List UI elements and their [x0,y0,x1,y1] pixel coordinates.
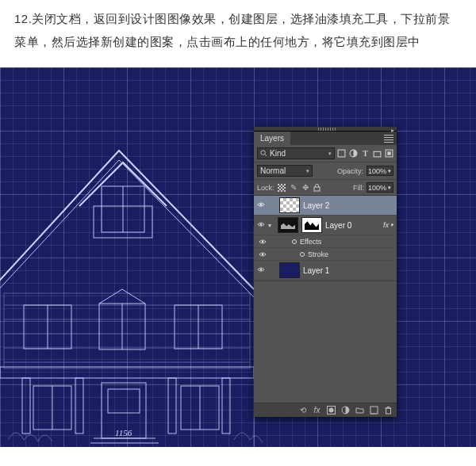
effects-label: Effects [300,238,321,246]
layers-tab[interactable]: Layers [254,132,291,145]
filter-adjust-icon[interactable] [349,149,358,158]
trash-icon[interactable] [384,406,393,414]
svg-rect-18 [75,378,83,434]
visibility-icon[interactable] [257,221,265,229]
filter-kind-select[interactable]: Kind ▾ [257,147,335,159]
svg-rect-31 [338,150,345,157]
layer-thumbnail [279,197,300,213]
search-icon [260,150,267,157]
layer-row[interactable]: Layer 2 [254,196,397,216]
svg-rect-20 [222,378,230,434]
lock-all-icon[interactable] [313,183,322,193]
filter-smart-icon[interactable] [385,149,393,158]
effects-row[interactable]: Effects [254,235,397,248]
panel-empty-area [254,281,397,403]
svg-rect-19 [168,378,176,434]
filter-type-icon[interactable]: T [361,149,370,158]
house-drawing [0,67,476,447]
fx-indicator[interactable]: fx▾ [383,221,393,229]
opacity-label: Opacity: [337,167,363,175]
link-layers-icon[interactable]: ⟲ [298,406,307,414]
svg-rect-48 [370,407,378,414]
house-number: 1156 [115,428,132,437]
lock-brush-icon[interactable]: ✎ [289,183,298,193]
mask-thumbnail [301,217,322,233]
visibility-icon[interactable] [259,250,267,258]
svg-point-29 [261,151,265,155]
lock-transparency-icon[interactable] [277,183,286,193]
svg-line-30 [265,155,267,156]
svg-rect-49 [386,408,391,414]
disclosure-icon[interactable]: ▾ [268,222,274,229]
svg-rect-33 [374,151,381,157]
svg-rect-17 [22,378,30,434]
fill-label: Fill: [353,184,364,192]
canvas[interactable]: 1156 ▸ Layers Kind ▾ T No [0,67,476,447]
panel-grip[interactable]: ▸ [254,127,397,132]
opacity-input[interactable]: 100%▾ [367,166,393,176]
visibility-icon[interactable] [259,238,267,246]
filter-pixel-icon[interactable] [337,149,346,158]
blend-mode-select[interactable]: Normal▾ [257,165,313,177]
fx-icon[interactable]: fx [313,406,321,414]
layer-thumbnail [278,217,298,233]
new-layer-icon[interactable] [370,406,378,414]
group-icon[interactable] [355,406,364,414]
visibility-icon[interactable] [257,201,265,209]
stroke-label: Stroke [308,250,328,258]
layer-name[interactable]: Layer 0 [325,221,351,230]
fill-input[interactable]: 100%▾ [367,182,393,193]
filter-shape-icon[interactable] [373,149,382,158]
layer-row[interactable]: Layer 1 [254,261,397,281]
svg-point-40 [260,204,262,205]
layer-thumbnail [279,262,300,278]
layer-row[interactable]: ▾ Layer 0 fx▾ [254,216,397,235]
adjustment-icon[interactable] [341,406,350,414]
svg-rect-4 [4,293,250,369]
svg-point-43 [262,253,264,255]
bullet-icon [300,252,305,257]
panel-collapse-icon[interactable]: ▸ [391,127,394,134]
layer-name[interactable]: Layer 1 [303,266,329,275]
stroke-effect-row[interactable]: Stroke [254,248,397,261]
filter-row: Kind ▾ T [254,145,397,162]
svg-rect-35 [387,151,390,155]
svg-rect-36 [278,184,286,192]
instruction-text: 12.关闭文档，返回到设计图图像效果，创建图层，选择油漆填充工具，下拉前景菜单，… [0,0,476,67]
panel-menu-icon[interactable] [384,135,393,143]
layers-panel: ▸ Layers Kind ▾ T Normal▾ [254,127,397,417]
svg-point-44 [260,269,262,270]
lock-row: Lock: ✎ ✥ Fill: 100%▾ [254,180,397,196]
lock-position-icon[interactable]: ✥ [301,183,310,193]
panel-footer: ⟲ fx [254,403,397,417]
mask-icon[interactable] [327,406,336,414]
blend-row: Normal▾ Opacity: 100%▾ [254,162,397,180]
svg-point-46 [329,408,334,413]
lock-label: Lock: [257,184,274,192]
bullet-icon [292,239,297,244]
svg-rect-39 [314,187,320,191]
layer-name[interactable]: Layer 2 [303,201,329,210]
svg-point-42 [262,240,264,243]
layer-list: Layer 2 ▾ Layer 0 fx▾ Effects Stroke [254,196,397,281]
svg-rect-26 [108,389,140,413]
svg-point-41 [260,223,262,225]
visibility-icon[interactable] [257,266,265,274]
